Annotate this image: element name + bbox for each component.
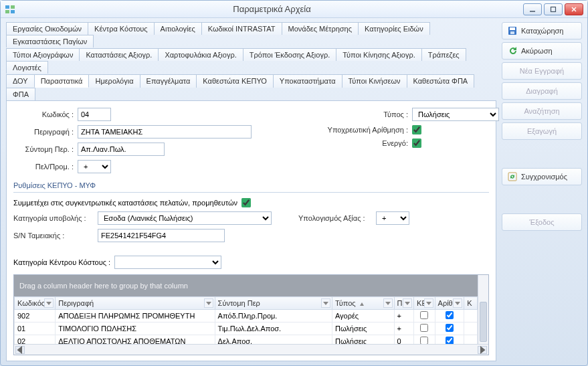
scroll-right-button[interactable] bbox=[478, 346, 487, 354]
row-checkbox[interactable] bbox=[420, 337, 428, 344]
tab[interactable]: Τρόποι Έκδοσης Αξιογρ. bbox=[243, 48, 337, 61]
tab[interactable]: Κέντρα Κόστους bbox=[88, 22, 155, 35]
export-button[interactable]: Εξαγωγή bbox=[502, 122, 582, 140]
row-checkbox[interactable] bbox=[420, 324, 428, 332]
type-label: Τύπος : bbox=[308, 110, 408, 118]
table-row[interactable]: 02ΔΕΛΤΙΟ ΑΠΟΣΤΟΛΗΣ ΑΠΟΘΕΜΑΤΩΝΔελ.Αποσ.Πω… bbox=[15, 335, 478, 345]
active-checkbox[interactable] bbox=[412, 139, 421, 148]
close-button[interactable] bbox=[565, 3, 583, 15]
tab[interactable]: Εργασίες Οικοδομών bbox=[6, 22, 88, 35]
tab[interactable]: Υποκαταστήματα bbox=[273, 74, 342, 88]
svg-rect-0 bbox=[5, 5, 9, 9]
svg-marker-13 bbox=[426, 302, 431, 305]
column-filter-button[interactable] bbox=[383, 298, 393, 308]
grid-column-header[interactable]: Κωδικός bbox=[15, 297, 56, 310]
code-input[interactable] bbox=[78, 108, 111, 121]
tab[interactable]: Χαρτοφυλάκια Αξιογρ. bbox=[158, 48, 243, 61]
svg-rect-19 bbox=[510, 31, 514, 34]
table-row[interactable]: 902ΑΠΟΔΕΙΞΗ ΠΛΗΡΩΜΗΣ ΠΡΟΜΗΘΕΥΤΗΑπόδ.Πληρ… bbox=[15, 310, 478, 323]
grid-column-header[interactable]: Πε bbox=[394, 297, 414, 310]
svg-marker-9 bbox=[206, 302, 211, 305]
grid-column-header[interactable]: Αρίθμ bbox=[435, 297, 464, 310]
tab[interactable]: Τύποι Κινήσεων bbox=[342, 74, 407, 88]
table-row[interactable]: 01ΤΙΜΟΛΟΓΙΟ ΠΩΛΗΣΗΣΤιμ.Πωλ.Δελ.Αποσ.Πωλή… bbox=[15, 323, 478, 335]
pelprom-select[interactable]: + bbox=[78, 160, 111, 173]
tabs-row-2: Τύποι ΑξιογράφωνΚαταστάσεις Αξιογρ.Χαρτο… bbox=[6, 48, 496, 74]
grid-column-header[interactable]: Περιγραφή bbox=[56, 297, 215, 310]
tab-content: Κωδικός : Περιγραφή : Σύντομη Περ. : bbox=[6, 100, 496, 361]
type-select[interactable]: Πωλήσεις bbox=[412, 108, 499, 121]
tab[interactable]: Κωδικοί INTRASTAT bbox=[201, 22, 282, 35]
svg-marker-15 bbox=[17, 346, 23, 354]
grid-column-header[interactable]: Τύπος bbox=[332, 297, 394, 310]
tab[interactable]: Επαγγέλματα bbox=[140, 74, 197, 88]
svg-marker-11 bbox=[385, 302, 391, 305]
tabs-row-1: Εργασίες ΟικοδομώνΚέντρα ΚόστουςΑιτιολογ… bbox=[6, 22, 496, 48]
tab[interactable]: Αιτιολογίες bbox=[154, 22, 202, 35]
row-checkbox[interactable] bbox=[420, 311, 428, 319]
undo-icon bbox=[508, 46, 517, 56]
grid-column-header[interactable]: Κ bbox=[464, 297, 478, 310]
sync-label: Συγχρονισμός bbox=[521, 173, 567, 181]
tab[interactable]: Τύποι Κίνησης Αξιογρ. bbox=[336, 48, 422, 61]
svg-marker-14 bbox=[455, 302, 460, 305]
grid-horizontal-scrollbar[interactable] bbox=[14, 344, 488, 355]
save-button[interactable]: Καταχώρηση bbox=[502, 22, 582, 39]
action-sidebar: Καταχώρηση Ακύρωση Νέα Εγγραφή Διαγραφή … bbox=[502, 18, 587, 365]
tab[interactable]: ΔΟΥ bbox=[6, 74, 35, 88]
sync-button[interactable]: Συγχρονισμός bbox=[502, 168, 582, 185]
maximize-button[interactable] bbox=[544, 3, 563, 15]
kepyo-legend: Ρυθμίσεις ΚΕΠΥΟ - ΜΥΦ bbox=[13, 181, 489, 189]
row-checkbox[interactable] bbox=[446, 324, 454, 332]
grid-column-header[interactable]: ΚΕ bbox=[414, 297, 435, 310]
sync-icon bbox=[508, 172, 517, 181]
svg-rect-3 bbox=[11, 10, 15, 13]
tab[interactable]: Εγκαταστάσεις Παγίων bbox=[6, 35, 94, 48]
description-input[interactable] bbox=[78, 125, 252, 139]
cancel-button[interactable]: Ακύρωση bbox=[502, 42, 582, 60]
tab[interactable]: Καθεστώτα ΚΕΠΥΟ bbox=[196, 74, 274, 88]
column-filter-button[interactable] bbox=[204, 298, 213, 308]
exit-button[interactable]: Έξοδος bbox=[502, 213, 582, 231]
grid-group-panel[interactable]: Drag a column header here to group by th… bbox=[14, 275, 488, 296]
column-filter-button[interactable] bbox=[403, 298, 412, 308]
search-button[interactable]: Αναζήτηση bbox=[502, 102, 582, 120]
column-filter-button[interactable] bbox=[424, 298, 433, 308]
tab[interactable]: Λογιστές bbox=[6, 61, 48, 74]
tab[interactable]: Καταστάσεις Αξιογρ. bbox=[79, 48, 159, 61]
exit-label: Έξοδος bbox=[530, 218, 555, 226]
cost-category-select[interactable] bbox=[114, 256, 221, 269]
calc-select[interactable]: + bbox=[376, 211, 409, 225]
window-buttons bbox=[523, 3, 583, 15]
scroll-left-button[interactable] bbox=[15, 346, 25, 354]
tab[interactable]: Ημερολόγια bbox=[88, 74, 140, 88]
mandatory-numbering-checkbox[interactable] bbox=[412, 125, 421, 134]
participate-checkbox[interactable] bbox=[241, 198, 251, 207]
column-filter-button[interactable] bbox=[44, 298, 54, 308]
tab[interactable]: Τράπεζες bbox=[421, 48, 466, 61]
delete-label: Διαγραφή bbox=[526, 87, 558, 95]
grid-column-header[interactable]: Σύντομη Περ bbox=[215, 297, 332, 310]
row-checkbox[interactable] bbox=[446, 311, 454, 319]
column-filter-button[interactable] bbox=[453, 298, 462, 308]
short-desc-input[interactable] bbox=[78, 143, 165, 156]
tab[interactable]: Καθεστώτα ΦΠΑ bbox=[407, 74, 475, 88]
new-record-button[interactable]: Νέα Εγγραφή bbox=[502, 62, 582, 80]
tab[interactable]: Τύποι Αξιογράφων bbox=[6, 48, 80, 61]
active-label: Ενεργό: bbox=[308, 139, 408, 147]
tab[interactable]: Μονάδες Μέτρησης bbox=[282, 22, 359, 35]
tab[interactable]: ΦΠΑ bbox=[6, 88, 35, 100]
svg-marker-8 bbox=[46, 302, 52, 305]
minimize-button[interactable] bbox=[523, 3, 542, 15]
tab[interactable]: Παραστατικά bbox=[34, 74, 90, 88]
tab[interactable]: Κατηγορίες Ειδών bbox=[358, 22, 430, 35]
row-checkbox[interactable] bbox=[446, 337, 454, 344]
submission-category-select[interactable]: Εσοδα (Λιανικές Πωλήσεις) bbox=[98, 211, 272, 225]
export-label: Εξαγωγή bbox=[527, 127, 557, 135]
sn-input[interactable] bbox=[98, 229, 225, 242]
delete-button[interactable]: Διαγραφή bbox=[502, 82, 582, 100]
column-filter-button[interactable] bbox=[321, 298, 330, 308]
save-icon bbox=[508, 26, 517, 35]
grid-vertical-scrollbar[interactable] bbox=[478, 275, 488, 344]
svg-marker-12 bbox=[405, 302, 410, 305]
